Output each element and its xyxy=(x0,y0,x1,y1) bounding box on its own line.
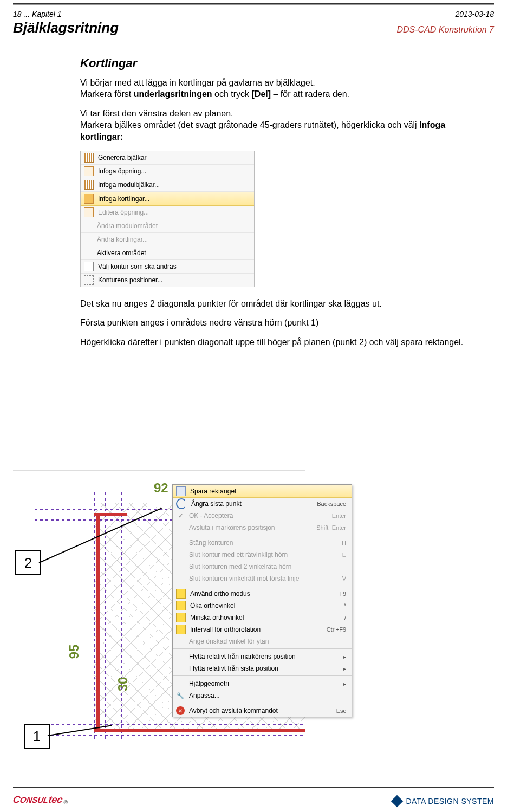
menu-item-label: Avsluta i markörens positisjon xyxy=(189,524,312,531)
menu-item: Slut kontur med ett rätvinkligt hörnE xyxy=(173,549,352,561)
menu-item[interactable]: Använd ortho modusF9 xyxy=(173,586,352,600)
menu-shortcut: Ctrl+F9 xyxy=(327,626,346,633)
consultec-logo: CONSULtec® xyxy=(13,794,68,805)
save-icon xyxy=(176,486,186,496)
blank-icon xyxy=(176,679,185,688)
y-icon xyxy=(176,625,186,634)
page-info: 18 ... Kapitel 1 xyxy=(13,10,62,18)
beam-line xyxy=(94,729,306,732)
menu-shortcut: Enter xyxy=(332,512,346,519)
dds-logo: DATA DESIGN SYSTEM xyxy=(393,797,494,805)
wr-icon: 🔧 xyxy=(176,691,185,700)
menu-item[interactable]: Hjälpgeometri▸ xyxy=(173,675,352,690)
menu-item-label: Avbryt och avsluta kommandot xyxy=(189,707,332,714)
menu-item-label: Minska orthovinkel xyxy=(190,614,340,621)
menu-shortcut: * xyxy=(344,602,346,609)
context-menu-draw[interactable]: Spara rektangelÅngra sista punktBackspac… xyxy=(172,484,352,717)
menu-item[interactable]: Öka orthovinkel* xyxy=(173,600,352,612)
callout-1: 1 xyxy=(24,724,50,749)
menu-item: Avsluta i markörens positisjonShift+Ente… xyxy=(173,522,352,534)
wall-line xyxy=(105,492,106,742)
menu-item-label: Intervall för orthorotation xyxy=(190,626,322,633)
y-icon xyxy=(176,589,186,599)
menu-item-label: Slut kontur med ett rätvinkligt hörn xyxy=(189,551,338,558)
paragraph: Första punkten anges i områdets nedre vä… xyxy=(80,317,477,329)
wall-line xyxy=(121,492,122,742)
menu-item[interactable]: Intervall för orthorotationCtrl+F9 xyxy=(173,623,352,635)
menu-item[interactable]: Flytta relativt från markörens position▸ xyxy=(173,648,352,662)
menu-item-label: Välj kontur som ska ändras xyxy=(98,262,177,271)
menu-item[interactable]: Aktivera området xyxy=(81,246,254,260)
dimension-label: 95 xyxy=(67,645,82,659)
menu-item-label: Infoga kortlingar... xyxy=(98,194,150,203)
paragraph: Det ska nu anges 2 diagonala punkter för… xyxy=(80,298,477,310)
submenu-arrow-icon: ▸ xyxy=(343,681,346,687)
page-title: Bjälklagsritning xyxy=(13,20,119,36)
menu-shortcut: V xyxy=(342,575,346,582)
header-rule xyxy=(13,3,494,5)
wall-line xyxy=(35,735,306,736)
menu-item-label: Öka orthovinkel xyxy=(190,602,340,609)
menu-item-label: Anpassa... xyxy=(189,692,346,699)
menu-item[interactable]: Infoga kortlingar... xyxy=(81,192,254,206)
menu-shortcut: Backspace xyxy=(317,501,346,507)
blank-icon xyxy=(84,235,93,244)
menu-item-label: Slut konturen med 2 vinkelräta hörn xyxy=(189,563,346,570)
menu-item[interactable]: Generera bjälkar xyxy=(81,151,254,165)
blank-icon xyxy=(176,538,185,547)
page-footer: CONSULtec® DATA DESIGN SYSTEM xyxy=(13,794,494,805)
context-menu-bjalkar[interactable]: Generera bjälkarInfoga öppning...Infoga … xyxy=(80,151,255,287)
menu-item: Editera öppning... xyxy=(81,206,254,219)
blank-icon xyxy=(84,249,93,257)
wall-line xyxy=(35,724,306,725)
menu-item[interactable]: Minska orthovinkel/ xyxy=(173,612,352,623)
menu-item-label: OK - Acceptera xyxy=(189,512,328,519)
y-icon xyxy=(176,613,186,622)
dimension-label: 30 xyxy=(115,677,131,692)
menu-item-label: Generera bjälkar xyxy=(98,153,146,162)
menu-item-label: Infoga öppning... xyxy=(98,167,146,176)
submenu-arrow-icon: ▸ xyxy=(343,666,346,672)
menu-item[interactable]: 🔧Anpassa... xyxy=(173,690,352,701)
menu-item[interactable]: ✕Avbryt och avsluta kommandotEsc xyxy=(173,703,352,717)
menu-item: ✓OK - AccepteraEnter xyxy=(173,510,352,522)
menu-item: Slut konturen vinkelrätt mot första linj… xyxy=(173,573,352,584)
blank-icon xyxy=(176,550,185,559)
menu-item[interactable]: Spara rektangel xyxy=(173,485,352,498)
box-icon xyxy=(84,207,94,217)
menu-item[interactable]: Konturens positioner... xyxy=(81,274,254,287)
page-header: 18 ... Kapitel 1 2013-03-18 Bjälklagsrit… xyxy=(0,10,520,36)
dimension-label: 92 xyxy=(154,480,168,496)
menu-item[interactable]: Välj kontur som ska ändras xyxy=(81,260,254,274)
body-content: Kortlingar Vi börjar med att lägga in ko… xyxy=(80,55,477,355)
menu-item-label: Ångra sista punkt xyxy=(191,500,313,508)
menu-item[interactable]: Infoga modulbjälkar... xyxy=(81,178,254,192)
menu-item-label: Hjälpgeometri xyxy=(189,680,339,687)
dds-brand-text: DATA DESIGN SYSTEM xyxy=(406,797,494,805)
menu-item-label: Spara rektangel xyxy=(190,488,346,495)
section-heading: Kortlingar xyxy=(80,55,477,72)
sq-icon xyxy=(84,262,94,271)
menu-item-label: Konturens positioner... xyxy=(98,276,162,284)
footer-rule xyxy=(13,787,494,788)
menu-item[interactable]: Infoga öppning... xyxy=(81,165,254,178)
box-icon xyxy=(84,194,94,204)
menu-item: Ange önskad vinkel för ytan xyxy=(173,635,352,647)
menu-shortcut: Shift+Enter xyxy=(316,524,346,531)
submenu-arrow-icon: ▸ xyxy=(343,654,346,660)
menu-item-label: Aktivera området xyxy=(97,249,146,257)
menu-item[interactable]: Ångra sista punktBackspace xyxy=(173,498,352,510)
menu-item-label: Ändra kortlingar... xyxy=(97,235,148,244)
page-date: 2013-03-18 xyxy=(455,10,494,18)
menu-item-label: Stäng konturen xyxy=(189,539,337,547)
y-icon xyxy=(176,601,186,610)
bars-icon xyxy=(84,153,94,163)
menu-item-label: Flytta relativt från sista position xyxy=(189,665,339,672)
product-name: DDS-CAD Konstruktion 7 xyxy=(396,25,494,35)
menu-item[interactable]: Flytta relativt från sista position▸ xyxy=(173,662,352,674)
menu-item-label: Slut konturen vinkelrätt mot första linj… xyxy=(189,575,338,582)
paragraph: Högerklicka därefter i punkten diagonalt… xyxy=(80,336,477,348)
blank-icon xyxy=(176,574,185,583)
dots-icon xyxy=(84,275,94,285)
menu-item: Stäng konturenH xyxy=(173,535,352,549)
